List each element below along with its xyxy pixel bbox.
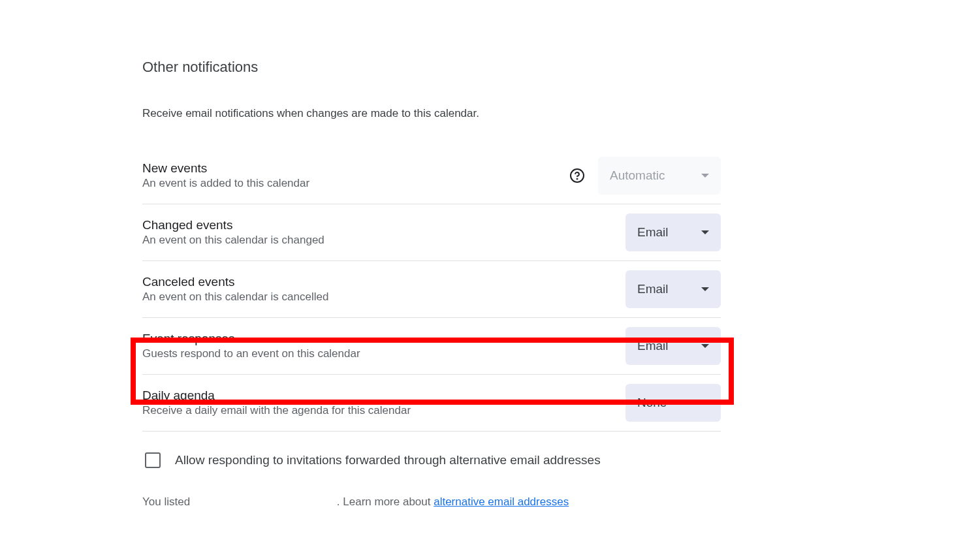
chevron-down-icon [701,287,709,291]
row-event-responses: Event responses Guests respond to an eve… [142,318,721,375]
footer-text: You listed . Learn more about alternativ… [142,496,721,509]
dropdown-value: Email [637,225,669,240]
row-desc: Guests respond to an event on this calen… [142,347,625,360]
alternative-email-link[interactable]: alternative email addresses [434,496,569,508]
row-canceled-events: Canceled events An event on this calenda… [142,261,721,318]
row-changed-events: Changed events An event on this calendar… [142,204,721,261]
row-title: Event responses [142,332,625,346]
dropdown-changed-events[interactable]: Email [625,213,721,251]
dropdown-canceled-events[interactable]: Email [625,270,721,308]
section-title: Other notifications [142,59,721,76]
checkbox-label: Allow responding to invitations forwarde… [175,453,601,467]
chevron-down-icon [701,401,709,405]
row-desc: An event on this calendar is cancelled [142,291,625,304]
row-desc: An event on this calendar is changed [142,234,625,247]
redacted-email [193,496,337,509]
checkbox-allow-forwarded[interactable] [145,452,161,468]
chevron-down-icon [701,230,709,234]
row-daily-agenda: Daily agenda Receive a daily email with … [142,375,721,432]
row-title: Changed events [142,218,625,232]
footer-middle: . Learn more about [337,496,434,508]
chevron-down-icon [701,344,709,348]
checkbox-row: Allow responding to invitations forwarde… [142,441,721,468]
dropdown-value: None [637,396,667,410]
row-title: Daily agenda [142,388,625,403]
row-desc: Receive a daily email with the agenda fo… [142,404,625,417]
dropdown-value: Email [637,339,669,353]
row-desc: An event is added to this calendar [142,177,569,190]
chevron-down-icon [701,174,709,178]
dropdown-new-events: Automatic [598,157,721,195]
dropdown-value: Email [637,282,669,296]
dropdown-event-responses[interactable]: Email [625,327,721,365]
svg-point-1 [577,179,578,180]
row-title: Canceled events [142,275,625,289]
dropdown-daily-agenda[interactable]: None [625,384,721,422]
help-icon[interactable] [569,168,585,183]
footer-prefix: You listed [142,496,193,508]
dropdown-value: Automatic [610,168,665,183]
section-description: Receive email notifications when changes… [142,107,721,120]
row-new-events: New events An event is added to this cal… [142,148,721,204]
row-title: New events [142,161,569,176]
